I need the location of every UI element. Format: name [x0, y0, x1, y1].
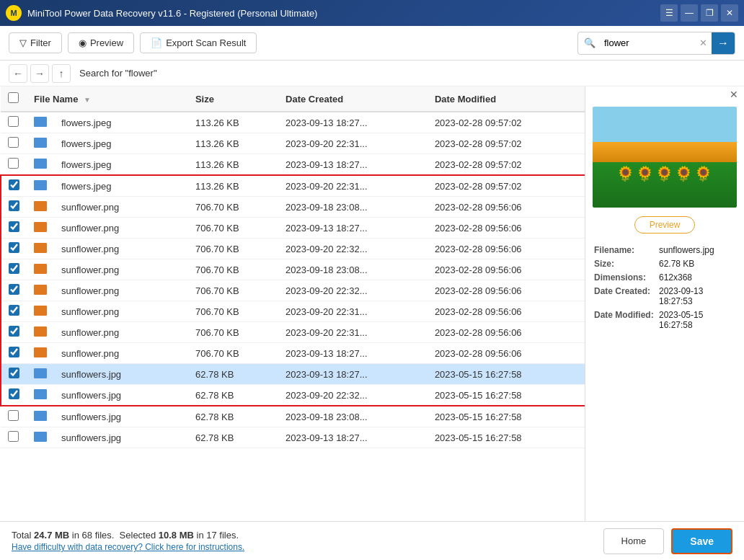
file-date-created: 2023-09-20 22:31... — [278, 301, 428, 322]
file-type-icon — [34, 432, 47, 442]
nav-bar: ← → ↑ Search for "flower" — [0, 61, 744, 86]
search-go-button[interactable]: → — [712, 32, 735, 55]
table-row[interactable]: sunflower.png706.70 KB2023-09-18 23:08..… — [1, 197, 585, 218]
row-checkbox[interactable] — [9, 221, 19, 232]
table-row[interactable]: sunflower.png706.70 KB2023-09-18 23:08..… — [1, 259, 585, 280]
file-size: 113.26 KB — [188, 175, 278, 197]
nav-path: Search for "flower" — [79, 68, 157, 79]
forward-button[interactable]: → — [30, 64, 49, 83]
table-row[interactable]: sunflower.png706.70 KB2023-09-13 18:27..… — [1, 343, 585, 364]
file-type-icon — [34, 222, 47, 232]
filter-label: Filter — [30, 37, 51, 48]
export-label: Export Scan Result — [166, 37, 246, 48]
search-clear-icon[interactable]: ✕ — [695, 37, 712, 48]
file-date-created: 2023-09-13 18:27... — [278, 218, 428, 239]
table-row[interactable]: sunflower.png706.70 KB2023-09-20 22:32..… — [1, 280, 585, 301]
header-date-created: Date Created — [278, 86, 428, 112]
detail-date-modified: Date Modified: 2023-05-15 16:27:58 — [594, 310, 735, 330]
menu-button[interactable]: ☰ — [660, 4, 678, 22]
preview-button[interactable]: ◉ Preview — [68, 32, 134, 53]
table-row[interactable]: sunflower.png706.70 KB2023-09-13 18:27..… — [1, 218, 585, 239]
export-button[interactable]: 📄 Export Scan Result — [140, 32, 257, 53]
file-name: flowers.jpeg — [54, 154, 188, 176]
file-date-modified: 2023-02-28 09:56:06 — [428, 301, 585, 322]
file-size: 62.78 KB — [188, 406, 278, 427]
preview-image-button[interactable]: Preview — [634, 216, 696, 234]
table-row[interactable]: sunflowers.jpg62.78 KB2023-09-20 22:32..… — [1, 385, 585, 406]
file-date-modified: 2023-05-15 16:27:58 — [428, 406, 585, 427]
file-name: sunflower.png — [54, 322, 188, 343]
row-checkbox[interactable] — [9, 242, 19, 253]
filter-icon: ▽ — [19, 37, 27, 48]
table-row[interactable]: sunflower.png706.70 KB2023-09-20 22:31..… — [1, 322, 585, 343]
help-link[interactable]: Have difficulty with data recovery? Clic… — [12, 542, 244, 552]
table-row[interactable]: flowers.jpeg113.26 KB2023-09-20 22:31...… — [1, 133, 585, 154]
row-checkbox[interactable] — [8, 158, 19, 169]
file-date-modified: 2023-02-28 09:56:06 — [428, 218, 585, 239]
file-table-scroll[interactable]: File Name ▼ Size Date Created Date Modif… — [0, 86, 585, 521]
search-input[interactable] — [601, 37, 695, 48]
file-date-modified: 2023-02-28 09:57:02 — [428, 154, 585, 176]
row-checkbox[interactable] — [9, 347, 19, 357]
file-name: flowers.jpeg — [54, 175, 188, 197]
search-icon: 🔍 — [578, 37, 601, 48]
table-row[interactable]: sunflowers.jpg62.78 KB2023-09-18 23:08..… — [1, 406, 585, 427]
row-checkbox[interactable] — [9, 305, 19, 316]
app-title: MiniTool Power Data Recovery v11.6 - Reg… — [27, 8, 660, 19]
up-button[interactable]: ↑ — [52, 64, 71, 83]
table-row[interactable]: flowers.jpeg113.26 KB2023-09-13 18:27...… — [1, 112, 585, 133]
filter-button[interactable]: ▽ Filter — [9, 32, 62, 53]
detail-filename: Filename: sunflowers.jpg — [594, 245, 735, 255]
file-date-created: 2023-09-20 22:31... — [278, 175, 428, 197]
row-checkbox[interactable] — [9, 200, 19, 211]
panel-close-button[interactable]: ✕ — [730, 89, 738, 99]
file-date-modified: 2023-02-28 09:56:06 — [428, 197, 585, 218]
file-size: 706.70 KB — [188, 218, 278, 239]
table-row[interactable]: flowers.jpeg113.26 KB2023-09-13 18:27...… — [1, 154, 585, 176]
save-button[interactable]: Save — [671, 528, 732, 554]
table-row[interactable]: sunflower.png706.70 KB2023-09-20 22:31..… — [1, 301, 585, 322]
status-info: Total 24.7 MB in 68 files. Selected 10.8… — [12, 530, 244, 552]
file-size: 62.78 KB — [188, 427, 278, 448]
row-checkbox[interactable] — [8, 137, 19, 148]
file-name: sunflower.png — [54, 301, 188, 322]
file-date-created: 2023-09-20 22:31... — [278, 133, 428, 154]
file-name: flowers.jpeg — [54, 112, 188, 133]
minimize-button[interactable]: — — [681, 4, 698, 22]
row-checkbox[interactable] — [8, 116, 19, 127]
row-checkbox[interactable] — [9, 326, 19, 337]
file-type-icon — [34, 326, 47, 337]
row-checkbox[interactable] — [9, 263, 19, 274]
status-buttons: Home Save — [603, 528, 732, 554]
home-button[interactable]: Home — [603, 528, 665, 554]
table-row[interactable]: flowers.jpeg113.26 KB2023-09-20 22:31...… — [1, 175, 585, 197]
table-row[interactable]: sunflowers.jpg62.78 KB2023-09-13 18:27..… — [1, 427, 585, 448]
row-checkbox[interactable] — [9, 179, 19, 190]
file-date-created: 2023-09-18 23:08... — [278, 197, 428, 218]
restore-button[interactable]: ❐ — [701, 4, 718, 22]
file-date-modified: 2023-05-15 16:27:58 — [428, 427, 585, 448]
row-checkbox[interactable] — [8, 431, 19, 442]
close-button[interactable]: ✕ — [721, 4, 738, 22]
file-list-panel: File Name ▼ Size Date Created Date Modif… — [0, 86, 585, 521]
row-checkbox[interactable] — [9, 368, 19, 378]
file-details: Filename: sunflowers.jpg Size: 62.78 KB … — [591, 242, 738, 337]
file-type-icon — [34, 180, 47, 190]
file-date-created: 2023-09-13 18:27... — [278, 112, 428, 133]
window-controls: ☰ — ❐ ✕ — [660, 4, 738, 22]
header-filename[interactable]: File Name ▼ — [27, 86, 188, 112]
file-type-icon — [34, 159, 47, 169]
select-all-checkbox[interactable] — [8, 92, 19, 103]
preview-panel: ✕ Preview Filename: sunflowers.jpg Size:… — [585, 86, 744, 521]
preview-label: Preview — [90, 37, 123, 48]
row-checkbox[interactable] — [9, 388, 19, 399]
file-name: sunflower.png — [54, 218, 188, 239]
table-row[interactable]: sunflowers.jpg62.78 KB2023-09-13 18:27..… — [1, 364, 585, 385]
row-checkbox[interactable] — [8, 410, 19, 421]
table-row[interactable]: sunflower.png706.70 KB2023-09-20 22:32..… — [1, 239, 585, 259]
file-date-created: 2023-09-18 23:08... — [278, 406, 428, 427]
back-button[interactable]: ← — [9, 64, 27, 83]
row-checkbox[interactable] — [9, 284, 19, 295]
file-type-icon — [34, 306, 47, 316]
header-size: Size — [188, 86, 278, 112]
